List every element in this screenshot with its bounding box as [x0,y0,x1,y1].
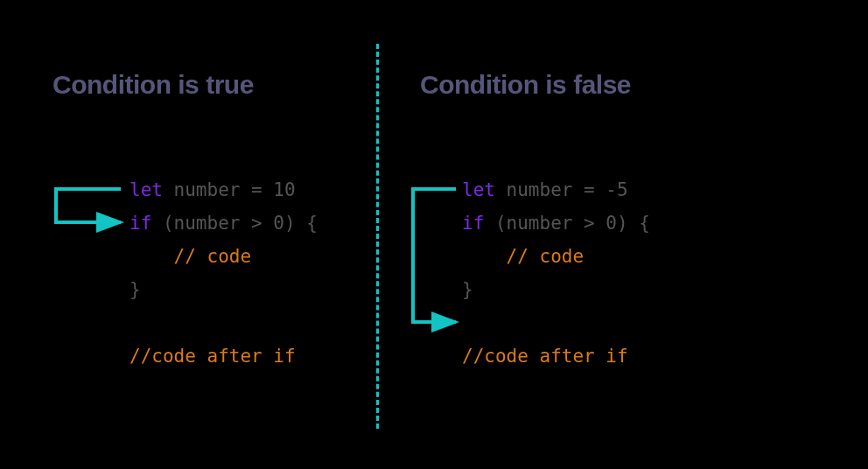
code-true: let number = 10 if (number > 0) { // cod… [130,140,318,373]
code-text: (number > 0) { [151,213,318,234]
heading-false: Condition is false [420,70,631,100]
divider [376,44,379,429]
comment-after: //code after if [130,346,296,367]
code-brace: } [130,279,141,300]
heading-true: Condition is true [52,70,254,100]
comment: // code [462,246,584,267]
flow-arrow-true [51,184,138,236]
code-text: number = -5 [495,179,628,200]
comment-after: //code after if [462,346,628,367]
code-false: let number = -5 if (number > 0) { // cod… [462,140,650,373]
flow-arrow-false [408,184,478,359]
code-text: number = 10 [163,179,296,200]
code-text: (number > 0) { [484,213,650,234]
comment: // code [130,246,251,267]
